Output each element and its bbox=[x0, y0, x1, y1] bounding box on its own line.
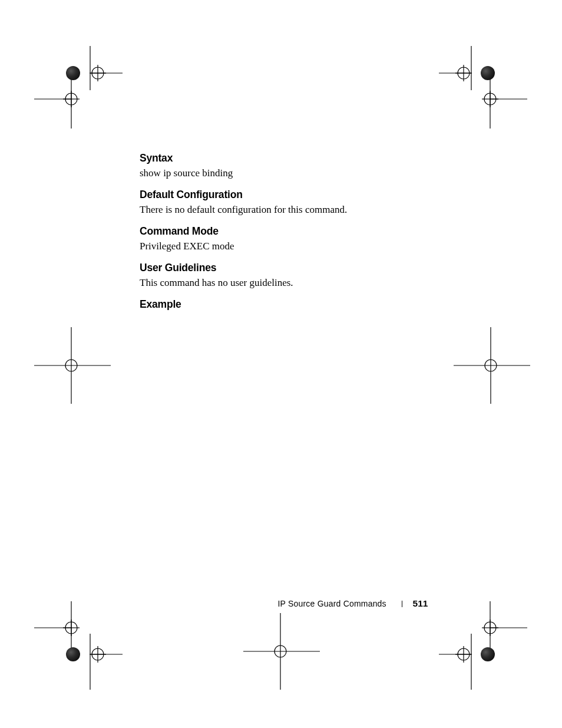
svg-point-7 bbox=[65, 93, 77, 105]
svg-point-28 bbox=[275, 645, 286, 657]
text-command-mode: Privileged EXEC mode bbox=[140, 240, 422, 253]
text-default-config: There is no default configuration for th… bbox=[140, 203, 422, 217]
crop-mark-icon bbox=[34, 601, 128, 690]
registration-dot-icon bbox=[66, 66, 80, 80]
page-content: Syntax show ip source binding Default Co… bbox=[140, 152, 422, 313]
registration-dot-icon bbox=[481, 66, 495, 80]
crop-mark-icon bbox=[454, 327, 530, 404]
svg-point-41 bbox=[484, 622, 496, 634]
crop-mark-icon bbox=[243, 613, 320, 690]
heading-user-guidelines: User Guidelines bbox=[140, 262, 422, 274]
svg-point-12 bbox=[458, 67, 470, 79]
svg-point-22 bbox=[65, 360, 77, 371]
svg-point-46 bbox=[458, 648, 470, 660]
footer-page-number: 511 bbox=[413, 598, 428, 608]
registration-dot-icon bbox=[66, 647, 80, 661]
heading-default-config: Default Configuration bbox=[140, 189, 422, 201]
crop-mark-icon bbox=[34, 327, 111, 404]
page-footer: IP Source Guard Commands 511 bbox=[0, 598, 562, 609]
svg-point-17 bbox=[484, 93, 496, 105]
heading-command-mode: Command Mode bbox=[140, 225, 422, 238]
text-user-guidelines: This command has no user guidelines. bbox=[140, 276, 422, 290]
svg-point-31 bbox=[65, 622, 77, 634]
footer-separator bbox=[402, 601, 402, 607]
footer-section-label: IP Source Guard Commands bbox=[278, 599, 386, 608]
svg-point-25 bbox=[485, 360, 497, 371]
registration-dot-icon bbox=[481, 647, 495, 661]
crop-mark-icon bbox=[433, 46, 527, 129]
heading-syntax: Syntax bbox=[140, 152, 422, 164]
heading-example: Example bbox=[140, 298, 422, 311]
crop-mark-icon bbox=[433, 601, 527, 690]
svg-point-36 bbox=[92, 648, 104, 660]
crop-mark-icon bbox=[34, 46, 128, 129]
svg-point-2 bbox=[92, 67, 104, 79]
text-syntax: show ip source binding bbox=[140, 167, 422, 180]
